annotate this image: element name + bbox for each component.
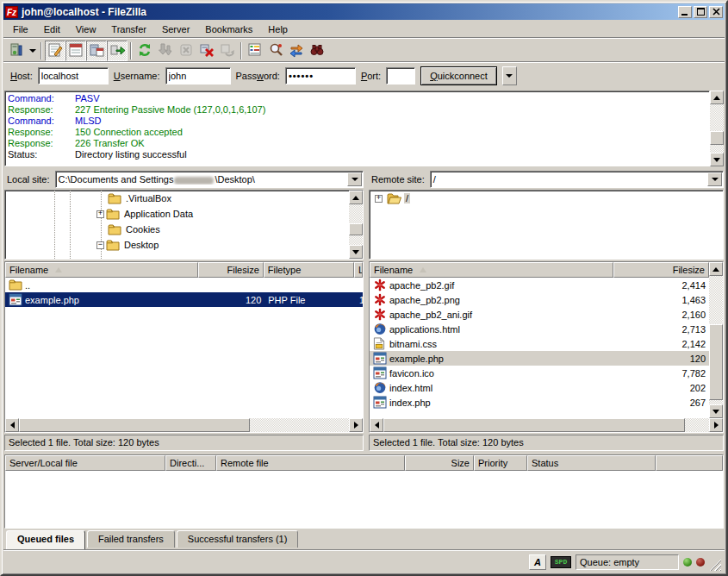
scroll-up-button[interactable] bbox=[710, 91, 724, 104]
menu-file[interactable]: File bbox=[5, 22, 36, 37]
column-header-filename[interactable]: Filename bbox=[5, 262, 198, 278]
queue-column-size[interactable]: Size bbox=[405, 455, 474, 471]
file-row-apache_pb2_ani-gif[interactable]: apache_pb2_ani.gif2,160 bbox=[370, 307, 709, 322]
scrollbar-thumb[interactable] bbox=[710, 131, 724, 145]
file-row--[interactable]: .. bbox=[5, 278, 363, 292]
toggle-remote-tree-button[interactable] bbox=[86, 41, 107, 61]
minimize-button[interactable] bbox=[678, 6, 692, 18]
local-horizontal-scrollbar[interactable] bbox=[5, 418, 363, 432]
tree-item-label: Cookies bbox=[124, 224, 162, 235]
site-manager-dropdown[interactable] bbox=[27, 41, 38, 61]
maximize-button[interactable] bbox=[694, 6, 707, 18]
scrollbar-thumb[interactable] bbox=[349, 223, 363, 235]
file-row-apache_pb2-png[interactable]: apache_pb2.png1,463 bbox=[370, 292, 709, 307]
column-header-filesize[interactable]: Filesize bbox=[198, 262, 264, 278]
quickconnect-button[interactable]: Quickconnect bbox=[420, 66, 497, 85]
queue-column-remote-file[interactable]: Remote file bbox=[216, 455, 405, 471]
scroll-right-button[interactable] bbox=[349, 418, 363, 432]
quickconnect-dropdown[interactable] bbox=[502, 66, 517, 85]
local-site-combo[interactable]: C:\Documents and Settings\Desktop\ bbox=[55, 171, 364, 188]
log-vertical-scrollbar[interactable] bbox=[710, 91, 724, 166]
tab-failed-transfers[interactable]: Failed transfers bbox=[87, 530, 175, 548]
menu-view[interactable]: View bbox=[68, 22, 104, 37]
queue-body[interactable] bbox=[5, 471, 723, 528]
collapse-icon[interactable]: − bbox=[96, 241, 104, 249]
remote-horizontal-scrollbar[interactable] bbox=[370, 418, 723, 432]
local-directory-tree[interactable]: .VirtualBox+Application DataCookies−Desk… bbox=[5, 191, 349, 259]
scrollbar-thumb[interactable] bbox=[383, 418, 685, 432]
directory-filters-button[interactable] bbox=[245, 41, 265, 61]
local-file-list[interactable]: ..example.php120PHP File1 bbox=[5, 278, 363, 418]
scroll-left-button[interactable] bbox=[370, 418, 383, 432]
scroll-down-button[interactable] bbox=[709, 404, 723, 418]
queue-column-directi-[interactable]: Directi... bbox=[165, 455, 216, 471]
find-files-button[interactable] bbox=[307, 41, 327, 61]
scroll-down-button[interactable] bbox=[710, 153, 724, 166]
file-row-index-html[interactable]: index.html202 bbox=[370, 380, 709, 395]
file-row-applications-html[interactable]: applications.html2,713 bbox=[370, 322, 709, 336]
synchronized-browsing-button[interactable] bbox=[286, 41, 307, 61]
menu-bookmarks[interactable]: Bookmarks bbox=[197, 22, 260, 37]
scroll-right-button[interactable] bbox=[709, 418, 723, 432]
local-tree-scrollbar[interactable] bbox=[349, 191, 363, 259]
tab-queued-files[interactable]: Queued files bbox=[6, 530, 85, 549]
transfer-type-icon[interactable]: A bbox=[529, 554, 546, 570]
remote-file-list[interactable]: apache_pb2.gif2,414apache_pb2.png1,463ap… bbox=[370, 278, 709, 418]
tree-item-desktop[interactable]: −Desktop bbox=[5, 237, 349, 253]
column-header-filename[interactable]: Filename bbox=[370, 262, 613, 278]
toggle-message-log-button[interactable] bbox=[45, 41, 65, 61]
column-header-filetype[interactable]: Filetype bbox=[264, 262, 354, 278]
file-row-favicon-ico[interactable]: favicon.ico7,782 bbox=[370, 366, 709, 380]
toggle-transfer-queue-button[interactable] bbox=[107, 41, 128, 61]
scroll-up-button[interactable] bbox=[349, 191, 363, 204]
site-manager-button[interactable] bbox=[6, 41, 27, 61]
tree-item-root[interactable]: +/ bbox=[370, 191, 723, 206]
remote-list-scrollbar[interactable] bbox=[709, 262, 723, 418]
username-input[interactable] bbox=[165, 67, 231, 85]
queue-column-server-local-file[interactable]: Server/Local file bbox=[5, 455, 165, 471]
file-row-index-php[interactable]: index.php267 bbox=[370, 395, 709, 410]
local-site-dropdown[interactable] bbox=[347, 172, 362, 186]
directory-comparison-button[interactable] bbox=[265, 41, 286, 61]
expand-icon[interactable]: + bbox=[96, 210, 104, 218]
file-row-example-php[interactable]: example.php120PHP File1 bbox=[5, 292, 363, 307]
password-input[interactable] bbox=[285, 67, 356, 85]
remote-directory-tree[interactable]: +/ bbox=[370, 191, 723, 259]
scroll-left-button[interactable] bbox=[5, 418, 19, 432]
menu-server[interactable]: Server bbox=[154, 22, 197, 37]
column-header-l[interactable]: L bbox=[354, 262, 363, 278]
toggle-local-tree-button[interactable] bbox=[65, 41, 86, 61]
tree-item-application-data[interactable]: +Application Data bbox=[5, 206, 349, 222]
file-row-bitnami-css[interactable]: bitnami.css2,142 bbox=[370, 336, 709, 351]
menu-help[interactable]: Help bbox=[260, 22, 296, 37]
filezilla-app-icon: Fz bbox=[5, 6, 18, 18]
reconnect-button[interactable] bbox=[217, 41, 238, 61]
scrollbar-thumb[interactable] bbox=[19, 418, 250, 432]
expand-icon[interactable]: + bbox=[375, 195, 383, 203]
disconnect-button[interactable] bbox=[196, 41, 217, 61]
remote-site-combo[interactable]: / bbox=[430, 171, 724, 188]
file-row-example-php[interactable]: example.php120 bbox=[370, 351, 709, 366]
resize-grip[interactable] bbox=[709, 559, 721, 571]
tree-item-cookies[interactable]: Cookies bbox=[5, 222, 349, 237]
queue-column-priority[interactable]: Priority bbox=[474, 455, 527, 471]
menu-edit[interactable]: Edit bbox=[36, 22, 68, 37]
menu-transfer[interactable]: Transfer bbox=[103, 22, 154, 37]
refresh-button[interactable] bbox=[134, 41, 155, 61]
column-header-filesize[interactable]: Filesize bbox=[613, 262, 709, 278]
tree-item--virtualbox[interactable]: .VirtualBox bbox=[5, 191, 349, 206]
tab-successful-transfers-1-[interactable]: Successful transfers (1) bbox=[177, 530, 299, 548]
queue-column-status[interactable]: Status bbox=[527, 455, 656, 471]
close-button[interactable] bbox=[709, 6, 723, 18]
host-input[interactable] bbox=[38, 67, 109, 85]
speed-limit-icon[interactable]: SPD bbox=[551, 556, 571, 568]
process-queue-button[interactable] bbox=[155, 41, 176, 61]
scrollbar-thumb[interactable] bbox=[709, 324, 723, 400]
scroll-up-button[interactable] bbox=[709, 262, 723, 276]
cancel-operation-button[interactable] bbox=[176, 41, 196, 61]
remote-site-dropdown[interactable] bbox=[707, 172, 722, 186]
port-input[interactable] bbox=[386, 67, 415, 85]
title-bar[interactable]: Fz john@localhost - FileZilla bbox=[3, 3, 725, 20]
scroll-down-button[interactable] bbox=[349, 245, 363, 259]
file-row-apache_pb2-gif[interactable]: apache_pb2.gif2,414 bbox=[370, 278, 709, 292]
